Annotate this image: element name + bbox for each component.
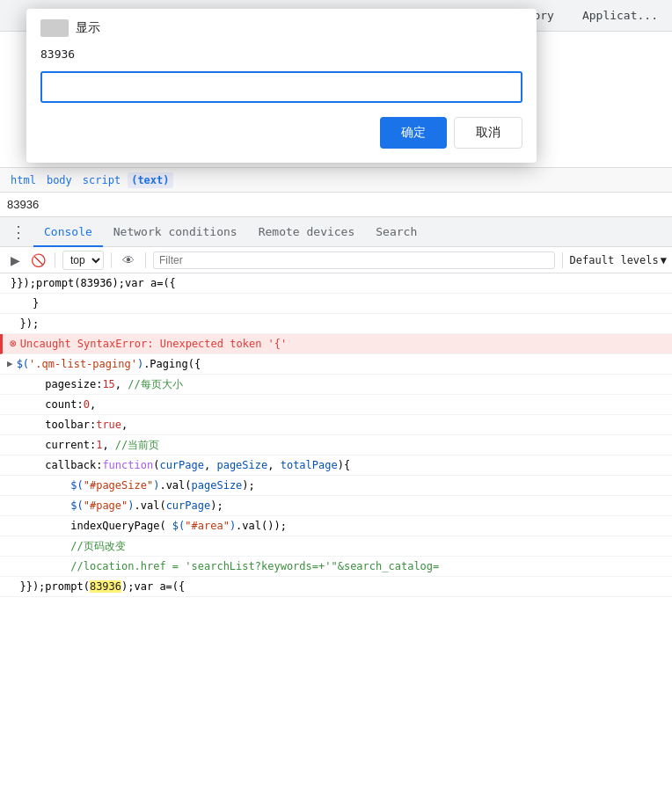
console-line-close: }); <box>0 314 672 334</box>
execute-button[interactable]: ▶ <box>5 251 25 270</box>
modal-title: 显示 <box>76 20 100 36</box>
tab-network-conditions[interactable]: Network conditions <box>103 217 248 247</box>
divider-1 <box>55 252 55 268</box>
error-text: Uncaught SyntaxError: Unexpected token '… <box>20 336 287 352</box>
expand-code-icon[interactable]: ▶ <box>7 356 13 372</box>
divider-4 <box>562 252 563 268</box>
eye-button[interactable]: 👁 <box>119 251 138 270</box>
modal-header: 显示 <box>26 9 537 44</box>
console-line-truncated: }});prompt(83936);var a=({ <box>0 273 672 294</box>
console-code-line-10: //页码改变 <box>0 536 672 557</box>
divider-3 <box>145 252 146 268</box>
context-select[interactable]: top <box>62 251 104 270</box>
modal-buttons: 确定 取消 <box>26 113 537 163</box>
console-tabs-bar: ⋮ Console Network conditions Remote devi… <box>0 217 672 247</box>
console-code-line-1: ▶ $('.qm-list-paging').Paging({ <box>0 354 672 375</box>
console-code-line-5: current:1, //当前页 <box>0 435 672 455</box>
console-code-line-9: indexQueryPage( $("#area").val()); <box>0 516 672 536</box>
console-error-line: ⊗ Uncaught SyntaxError: Unexpected token… <box>0 334 672 354</box>
modal-input-row <box>26 68 537 113</box>
console-code-line-3: count:0, <box>0 395 672 415</box>
filter-input[interactable] <box>153 251 555 269</box>
prompt-modal: 显示 83936 确定 取消 <box>26 9 537 163</box>
console-text-truncated: }});prompt(83936);var a=({ <box>11 275 176 291</box>
error-icon: ⊗ <box>10 336 17 352</box>
console-filter-bar: ▶ 🚫 top 👁 Default levels ▼ <box>0 247 672 273</box>
console-output: }});prompt(83936);var a=({ } }); ⊗ Uncau… <box>0 273 672 599</box>
tab-remote-devices[interactable]: Remote devices <box>248 217 366 247</box>
cancel-button[interactable]: 取消 <box>454 117 522 149</box>
console-code-line-4: toolbar:true, <box>0 415 672 435</box>
inspector-value-input[interactable] <box>7 198 665 211</box>
console-code-line-13: }); <box>0 597 672 599</box>
breadcrumb-html[interactable]: html <box>7 172 40 188</box>
modal-input[interactable] <box>40 71 522 103</box>
console-code-line-8: $("#page").val(curPage); <box>0 496 672 516</box>
divider-2 <box>111 252 112 268</box>
console-code-line-11: //location.href = 'searchList?keywords=+… <box>0 557 672 577</box>
console-more-button[interactable]: ⋮ <box>4 222 33 241</box>
breadcrumb-script[interactable]: script <box>79 172 124 188</box>
breadcrumb-body[interactable]: body <box>43 172 76 188</box>
site-icon <box>40 19 69 37</box>
tab-console[interactable]: Console <box>33 217 103 247</box>
tab-application[interactable]: Applicat... <box>568 0 672 32</box>
console-code-line-7: $("#pageSize").val(pageSize); <box>0 476 672 496</box>
default-levels-label[interactable]: Default levels ▼ <box>570 254 667 266</box>
breadcrumb-bar: html body script (text) <box>0 168 672 193</box>
breadcrumb-text[interactable]: (text) <box>128 172 172 188</box>
console-line-brace: } <box>0 294 672 314</box>
console-code-line-2: pagesize:15, //每页大小 <box>0 375 672 395</box>
console-code-line-6: callback:function(curPage, pageSize, tot… <box>0 455 672 476</box>
modal-value: 83936 <box>26 44 537 68</box>
tab-search[interactable]: Search <box>365 217 427 247</box>
console-code-line-12: }});prompt(83936);var a=({ <box>0 577 672 597</box>
clear-button[interactable]: 🚫 <box>28 251 47 270</box>
confirm-button[interactable]: 确定 <box>380 117 447 149</box>
inspector-value-bar <box>0 193 672 217</box>
